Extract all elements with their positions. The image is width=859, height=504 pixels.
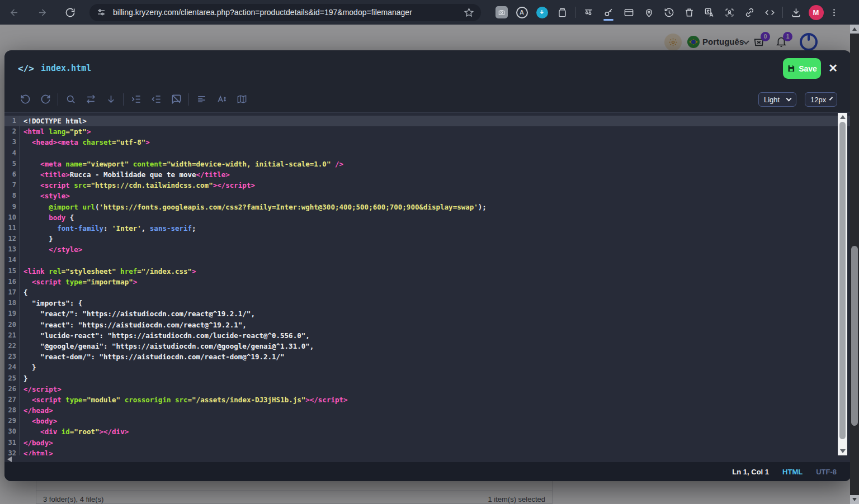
scroll-left-arrow[interactable] (7, 457, 12, 462)
back-icon (9, 7, 20, 18)
code-line[interactable]: 3 <head><meta charset="utf-8"> (4, 137, 851, 148)
code-line-content: body { (20, 212, 74, 223)
reload-button[interactable] (60, 3, 79, 22)
code-line[interactable]: 21 "lucide-react": "https://aistudiocdn.… (4, 330, 851, 341)
editor-vertical-scrollbar[interactable] (838, 113, 847, 455)
undo-icon[interactable] (15, 91, 35, 108)
toggle-comment-icon[interactable] (166, 91, 186, 108)
code-line[interactable]: 15<link rel="stylesheet" href="/index.cs… (4, 266, 851, 277)
code-extension-icon[interactable] (759, 3, 780, 22)
keyring-extension-icon[interactable] (578, 3, 598, 22)
code-line[interactable]: 31</body> (4, 438, 851, 448)
line-number: 6 (4, 169, 20, 180)
format-icon[interactable] (191, 91, 211, 108)
code-line[interactable]: 13 </style> (4, 244, 851, 255)
scrollbar-up-button[interactable] (850, 25, 859, 34)
down-arrow-icon (852, 498, 857, 501)
back-button[interactable] (4, 3, 23, 22)
code-line[interactable]: 28</head> (4, 405, 851, 416)
code-line[interactable]: 17{ (4, 287, 851, 298)
code-line[interactable]: 9 @import url('https://fonts.googleapis.… (4, 202, 851, 212)
link-extension-icon[interactable] (739, 3, 759, 22)
browser-scrollbar-thumb[interactable] (851, 246, 858, 426)
browser-scrollbar[interactable] (850, 25, 859, 504)
menu-kebab-icon[interactable] (826, 3, 842, 22)
code-line[interactable]: 24 } (4, 362, 851, 373)
code-line[interactable]: 11 font-family: 'Inter', sans-serif; (4, 223, 851, 234)
code-line[interactable]: 26</script> (4, 384, 851, 394)
language-mode[interactable]: HTML (782, 468, 803, 476)
code-line[interactable]: 4 (4, 148, 851, 159)
up-arrow-icon (852, 27, 857, 31)
code-line[interactable]: 27 <script type="module" crossorigin src… (4, 394, 851, 405)
code-line[interactable]: 14 (4, 255, 851, 265)
forward-button[interactable] (32, 3, 51, 22)
translate-extension-icon[interactable] (699, 3, 719, 22)
downloads-icon[interactable] (786, 3, 806, 22)
payment-card-extension-icon[interactable] (619, 3, 639, 22)
minimap-icon[interactable] (232, 91, 252, 108)
encoding[interactable]: UTF-8 (816, 468, 837, 476)
toolbar-separator (123, 93, 124, 106)
download-extension-icon[interactable] (532, 3, 552, 22)
scroll-down-arrow[interactable] (840, 449, 846, 453)
editor-status-bar: Ln 1, Col 1 HTML UTF-8 (4, 462, 851, 481)
jar-extension-icon[interactable] (552, 3, 572, 22)
password-key-extension-icon[interactable] (598, 3, 619, 22)
code-line-content: } (20, 373, 28, 384)
toolbar-separator (188, 93, 189, 106)
profile-avatar[interactable]: M (806, 3, 826, 22)
url-text[interactable]: billing.kryzeny.com/clientarea.php?actio… (113, 8, 459, 17)
code-line[interactable]: 1<!DOCTYPE html> (4, 116, 851, 126)
replace-icon[interactable] (81, 91, 101, 108)
scroll-up-arrow[interactable] (840, 115, 846, 119)
scrollbar-thumb[interactable] (839, 122, 846, 439)
indent-icon[interactable] (126, 91, 146, 108)
code-line[interactable]: 30 <div id="root"></div> (4, 426, 851, 437)
trash-extension-icon[interactable] (679, 3, 699, 22)
code-line[interactable]: 18 "imports": { (4, 298, 851, 308)
history-extension-icon[interactable] (659, 3, 679, 22)
close-icon[interactable]: ✕ (828, 61, 838, 75)
code-line[interactable]: 32</html> (4, 448, 851, 455)
code-line[interactable]: 5 <meta name="viewport" content="width=d… (4, 159, 851, 169)
code-line[interactable]: 8 <style> (4, 191, 851, 201)
code-line[interactable]: 22 "@google/genai": "https://aistudiocdn… (4, 341, 851, 351)
code-line[interactable]: 7 <script src="https://cdn.tailwindcss.c… (4, 180, 851, 191)
code-line[interactable]: 10 body { (4, 212, 851, 223)
modal-title-filename: index.html (41, 63, 91, 73)
location-pin-extension-icon[interactable] (639, 3, 659, 22)
goto-line-icon[interactable] (101, 91, 121, 108)
chevron-down-icon (786, 96, 792, 102)
bookmark-star-icon[interactable] (464, 7, 474, 18)
camera-icon (495, 6, 508, 18)
scan-extension-icon[interactable] (719, 3, 739, 22)
code-line[interactable]: 16 <script type="importmap"> (4, 277, 851, 287)
line-number: 13 (4, 244, 20, 255)
editor-horizontal-scrollbar[interactable] (4, 455, 851, 462)
code-line[interactable]: 25} (4, 373, 851, 384)
code-line[interactable]: 20 "react": "https://aistudiocdn.com/rea… (4, 320, 851, 330)
search-icon[interactable] (60, 91, 81, 108)
save-button[interactable]: Save (783, 58, 821, 79)
code-line[interactable]: 12 } (4, 234, 851, 244)
code-line[interactable]: 23 "react-dom/": "https://aistudiocdn.co… (4, 351, 851, 362)
code-editor-area[interactable]: 1<!DOCTYPE html>2<html lang="pt">3 <head… (4, 113, 851, 455)
redo-icon[interactable] (35, 91, 55, 108)
code-line[interactable]: 6 <title>Rucca - Mobilidade que te move<… (4, 169, 851, 180)
code-line[interactable]: 2<html lang="pt"> (4, 126, 851, 137)
code-line[interactable]: 29 <body> (4, 416, 851, 426)
site-info-icon[interactable] (96, 7, 106, 17)
font-size-icon[interactable] (211, 91, 232, 108)
theme-select[interactable]: Light (758, 92, 796, 107)
font-size-select-value: 12px (810, 96, 826, 104)
outdent-icon[interactable] (146, 91, 166, 108)
line-number: 20 (4, 320, 20, 330)
screenshot-extension-icon[interactable] (492, 3, 512, 22)
url-bar[interactable]: billing.kryzeny.com/clientarea.php?actio… (89, 4, 481, 21)
scrollbar-down-button[interactable] (850, 495, 859, 504)
line-number: 32 (4, 448, 20, 455)
grammar-extension-icon[interactable]: A (512, 3, 532, 22)
code-line[interactable]: 19 "react/": "https://aistudiocdn.com/re… (4, 308, 851, 319)
font-size-select[interactable]: 12px (805, 92, 837, 107)
